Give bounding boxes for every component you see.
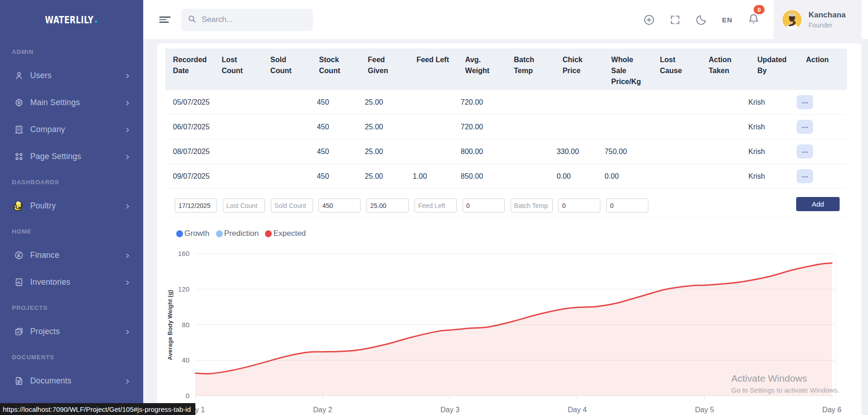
finance-icon: [14, 250, 24, 261]
chevron-right-icon: [124, 279, 131, 286]
chick-price-input[interactable]: [558, 198, 600, 213]
topbar: EN 0 Kanchana Founder: [143, 0, 868, 40]
users-icon: [14, 71, 24, 81]
new-record-row: Add: [165, 189, 847, 218]
x-tick-label: Day 6: [822, 406, 841, 414]
x-tick-label: Day 3: [441, 406, 460, 414]
row-actions-button[interactable]: ...: [797, 169, 813, 183]
feed-given-input[interactable]: [367, 198, 409, 213]
sidebar-item-label: Page Settings: [30, 152, 124, 161]
menu-line: [159, 19, 167, 21]
x-tick-label: Day 5: [695, 406, 714, 414]
column-header: Stock Count: [311, 48, 360, 90]
chevron-right-icon: [124, 153, 131, 160]
menu-toggle-icon[interactable]: [159, 15, 171, 24]
column-header: Lost Cause: [652, 48, 701, 90]
sidebar-item-label: Poultry: [30, 201, 124, 211]
sidebar-item-users[interactable]: Users: [0, 62, 143, 89]
table-cell: Krish: [741, 98, 789, 106]
records-table: Recorded DateLost CountSold CountStock C…: [165, 48, 847, 239]
actions-cell: ...: [788, 144, 847, 159]
sidebar-item-page-settings[interactable]: Page Settings: [0, 143, 143, 170]
status-bar-url: https://localhost:7090/WLF/Project/Get/1…: [0, 403, 195, 415]
chick-icon: [14, 201, 24, 211]
table-cell: 05/07/2025: [165, 98, 213, 106]
legend-label: Expected: [273, 229, 306, 238]
legend-item-expected[interactable]: Expected: [265, 229, 306, 238]
column-header: Feed Given: [360, 48, 409, 90]
column-header: Updated By: [749, 48, 798, 90]
feed-left-input[interactable]: [415, 198, 457, 213]
sidebar-item-projects[interactable]: Projects: [0, 318, 143, 345]
sold-count-input[interactable]: [271, 198, 313, 213]
activate-windows-watermark: Activate Windows Go to Settings to activ…: [731, 373, 840, 394]
building-icon: [14, 125, 24, 135]
row-actions-button[interactable]: ...: [797, 144, 813, 159]
avatar: [782, 10, 802, 29]
menu-line: [159, 16, 171, 18]
fullscreen-icon[interactable]: [662, 15, 688, 25]
add-circle-icon[interactable]: [636, 14, 662, 26]
watermark-line1: Activate Windows: [731, 373, 840, 384]
x-tick-label: Day 4: [568, 406, 587, 414]
table-cell: 25.00: [357, 148, 405, 156]
user-role: Founder: [809, 21, 846, 29]
sidebar-item-documents[interactable]: Documents: [0, 367, 143, 394]
table-cell: 25.00: [357, 98, 405, 106]
batch-temp-input[interactable]: [511, 198, 553, 213]
sidebar-item-company[interactable]: Company: [0, 116, 143, 143]
gear-icon: [14, 98, 24, 108]
legend-item-prediction[interactable]: Prediction: [216, 229, 259, 238]
nav-section-label: HOME: [0, 219, 143, 242]
wholesale-price-input[interactable]: [606, 198, 648, 213]
lost-count-input[interactable]: [223, 198, 265, 213]
table-row: 08/07/202545025.00800.00330.00750.00Kris…: [165, 139, 847, 164]
sidebar-item-inventories[interactable]: Inventories: [0, 269, 143, 296]
content-card: Recorded DateLost CountSold CountStock C…: [157, 43, 862, 415]
table-cell: Krish: [741, 148, 789, 156]
user-menu[interactable]: Kanchana Founder: [774, 0, 862, 40]
legend-label: Prediction: [224, 229, 259, 238]
search-input[interactable]: [202, 15, 307, 24]
table-row: 05/07/202545025.00720.00Krish...: [165, 90, 847, 115]
table-cell: 850.00: [453, 172, 501, 181]
column-header: Whole Sale Price/Kg: [604, 48, 652, 90]
language-selector[interactable]: EN: [714, 16, 740, 24]
table-row: 09/07/202545025.001.00850.000.000.00Kris…: [165, 164, 847, 189]
sidebar-item-label: Main Settings: [30, 98, 124, 107]
stock-count-input[interactable]: [318, 198, 361, 213]
table-cell: 09/07/2025: [165, 172, 213, 181]
chevron-right-icon: [124, 328, 131, 335]
dark-mode-moon-icon[interactable]: [688, 14, 714, 26]
x-tick-label: Day 2: [313, 406, 332, 414]
sidebar-item-label: Documents: [30, 376, 124, 386]
add-record-button[interactable]: Add: [796, 197, 840, 211]
recorded-date-input[interactable]: [175, 198, 217, 213]
row-actions-button[interactable]: ...: [797, 120, 813, 134]
notifications-bell-icon[interactable]: 0: [740, 12, 766, 27]
sidebar-item-poultry[interactable]: Poultry: [0, 192, 143, 219]
table-cell: 25.00: [357, 123, 405, 131]
table-cell: Krish: [741, 123, 789, 131]
vertical-scrollbar[interactable]: [862, 40, 868, 415]
legend-dot: [176, 230, 183, 237]
table-cell: 0.00: [549, 172, 597, 181]
column-header: Avg. Weight: [458, 48, 506, 90]
row-actions-button[interactable]: ...: [797, 95, 813, 109]
app-logo: WATERLILY ✦: [13, 0, 130, 40]
actions-cell: ...: [788, 120, 847, 134]
menu-line: [159, 21, 169, 23]
avg-weight-input[interactable]: [463, 198, 505, 213]
search-icon: [188, 15, 196, 25]
user-name: Kanchana: [809, 11, 846, 20]
y-tick-label: 0: [186, 392, 189, 399]
legend-dot: [265, 230, 272, 237]
legend-item-growth[interactable]: Growth: [176, 229, 210, 238]
sidebar-item-main-settings[interactable]: Main Settings: [0, 89, 143, 116]
sidebar-nav: ADMINUsersMain SettingsCompanyPage Setti…: [0, 40, 143, 394]
sidebar-item-finance[interactable]: Finance: [0, 242, 143, 269]
y-axis-title: Average Body Weight (g): [167, 290, 173, 360]
chevron-right-icon: [124, 72, 131, 80]
chevron-right-icon: [124, 202, 131, 210]
chevron-right-icon: [124, 99, 131, 106]
